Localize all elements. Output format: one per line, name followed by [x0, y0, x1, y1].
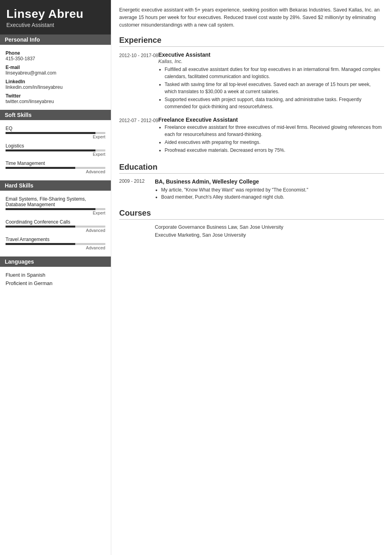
personal-info-items: Phone 415-350-1837E-mail linseyabreu@gma…: [0, 49, 111, 106]
exp-bullet: Aided executives with preparing for meet…: [165, 139, 384, 146]
skill-name: Time Management: [6, 161, 105, 166]
skill-bar-fill: [6, 149, 95, 151]
soft-skills-section: Soft Skills EQ ExpertLogistics: [0, 110, 111, 180]
personal-info-label: Phone: [6, 50, 105, 56]
hard-skills-items: Email Systems, File-Sharing Systems, Dat…: [0, 195, 111, 253]
exp-job-title: Freelance Executive Assistant: [158, 117, 384, 123]
skill-bar-bg: [6, 132, 105, 134]
exp-bullet: Tasked with saving time for all top-leve…: [165, 81, 384, 95]
skill-bar-bg: [6, 167, 105, 169]
course-item: Corporate Governance Business Law, San J…: [119, 224, 384, 230]
personal-info-label: LinkedIn: [6, 79, 105, 84]
personal-info-label: Twitter: [6, 93, 105, 99]
skill-bar-bg: [6, 208, 105, 210]
experience-section: Experience 2012-10 - 2017-08 Executive A…: [119, 36, 384, 155]
summary-text: Energetic executive assistant with 5+ ye…: [119, 6, 384, 29]
skill-bar-fill: [6, 226, 75, 228]
edu-bullet: My article, "Know What they Want" was re…: [161, 186, 384, 193]
hard-skills-title: Hard Skills: [0, 180, 111, 191]
language-item: Fluent in Spanish: [0, 271, 111, 279]
skill-level: Advanced: [6, 169, 105, 174]
edu-bullet: Board member, Punch's Alley student-mana…: [161, 193, 384, 201]
edu-date: 2009 - 2012: [119, 178, 155, 201]
candidate-name: Linsey Abreu: [6, 7, 105, 20]
experience-title: Experience: [119, 36, 384, 47]
skill-name: Travel Arrangements: [6, 237, 105, 242]
skill-bar-fill: [6, 243, 75, 245]
edu-degree: BA, Business Admin, Wellesley College: [155, 178, 384, 185]
edu-content: BA, Business Admin, Wellesley College My…: [155, 178, 384, 201]
exp-job-title: Executive Assistant: [158, 52, 384, 58]
personal-info-value: 415-350-1837: [6, 56, 105, 61]
personal-info-item: Twitter twitter.com/linseyabreu: [0, 92, 111, 106]
personal-info-value: twitter.com/linseyabreu: [6, 99, 105, 104]
skill-item: EQ Expert: [0, 124, 111, 142]
personal-info-item: LinkedIn linkedin.com/in/linseyabreu: [0, 77, 111, 92]
main-content: Energetic executive assistant with 5+ ye…: [111, 0, 392, 555]
personal-info-value: linseyabreu@gmail.com: [6, 70, 105, 76]
skill-bar-bg: [6, 149, 105, 151]
skill-bar-bg: [6, 243, 105, 245]
skill-bar-bg: [6, 226, 105, 228]
exp-date: 2012-10 - 2017-08: [119, 52, 158, 111]
course-item: Executive Marketing, San Jose University: [119, 232, 384, 238]
sidebar-header: Linsey Abreu Executive Assistant: [0, 0, 111, 34]
skill-level: Expert: [6, 211, 105, 215]
sidebar: Linsey Abreu Executive Assistant Persona…: [0, 0, 111, 555]
personal-info-section: Personal Info Phone 415-350-1837E-mail l…: [0, 34, 111, 110]
skill-bar-fill: [6, 208, 95, 210]
exp-bullet: Freelance executive assistant for three …: [165, 124, 384, 138]
skill-item: Coordinating Conference Calls Advanced: [0, 218, 111, 235]
experience-items: 2012-10 - 2017-08 Executive Assistant Ka…: [119, 52, 384, 155]
skill-level: Expert: [6, 134, 105, 139]
exp-bullets: Fulfilled all executive assistant duties…: [158, 66, 384, 110]
skill-name: EQ: [6, 126, 105, 131]
personal-info-item: E-mail linseyabreu@gmail.com: [0, 63, 111, 77]
courses-section: Courses Corporate Governance Business La…: [119, 209, 384, 238]
exp-date: 2012-07 - 2012-09: [119, 117, 158, 155]
education-title: Education: [119, 163, 384, 174]
exp-bullets: Freelance executive assistant for three …: [158, 124, 384, 154]
skill-item: Travel Arrangements Advanced: [0, 235, 111, 253]
personal-info-label: E-mail: [6, 65, 105, 70]
exp-bullet: Fulfilled all executive assistant duties…: [165, 66, 384, 80]
skill-name: Logistics: [6, 143, 105, 149]
education-row: 2009 - 2012 BA, Business Admin, Wellesle…: [119, 178, 384, 201]
skill-bar-fill: [6, 132, 95, 134]
soft-skills-items: EQ ExpertLogistics: [0, 124, 111, 176]
skill-item: Email Systems, File-Sharing Systems, Dat…: [0, 195, 111, 218]
skill-name: Email Systems, File-Sharing Systems, Dat…: [6, 196, 105, 207]
personal-info-title: Personal Info: [0, 34, 111, 45]
languages-items: Fluent in SpanishProficient in German: [0, 271, 111, 287]
exp-content: Executive Assistant Kallas, Inc. Fulfill…: [158, 52, 384, 111]
experience-row: 2012-10 - 2017-08 Executive Assistant Ka…: [119, 52, 384, 111]
candidate-title: Executive Assistant: [6, 22, 105, 28]
exp-bullet: Supported executives with project suppor…: [165, 96, 384, 110]
personal-info-value: linkedin.com/in/linseyabreu: [6, 84, 105, 90]
skill-level: Expert: [6, 152, 105, 157]
exp-bullet: Proofread executive materials. Decreased…: [165, 147, 384, 154]
language-item: Proficient in German: [0, 279, 111, 287]
exp-company: Kallas, Inc.: [158, 59, 384, 64]
personal-info-item: Phone 415-350-1837: [0, 49, 111, 63]
skill-bar-fill: [6, 167, 75, 169]
exp-content: Freelance Executive Assistant Freelance …: [158, 117, 384, 155]
skill-item: Time Management Advanced: [0, 159, 111, 176]
skill-level: Advanced: [6, 245, 105, 250]
edu-bullets: My article, "Know What they Want" was re…: [155, 186, 384, 201]
hard-skills-section: Hard Skills Email Systems, File-Sharing …: [0, 180, 111, 256]
education-section: Education 2009 - 2012 BA, Business Admin…: [119, 163, 384, 201]
courses-title: Courses: [119, 209, 384, 220]
experience-row: 2012-07 - 2012-09 Freelance Executive As…: [119, 117, 384, 155]
languages-section: Languages Fluent in SpanishProficient in…: [0, 256, 111, 291]
courses-items: Corporate Governance Business Law, San J…: [119, 224, 384, 238]
languages-title: Languages: [0, 256, 111, 267]
skill-name: Coordinating Conference Calls: [6, 219, 105, 225]
skill-level: Advanced: [6, 228, 105, 233]
skill-item: Logistics Expert: [0, 142, 111, 159]
soft-skills-title: Soft Skills: [0, 110, 111, 120]
education-items: 2009 - 2012 BA, Business Admin, Wellesle…: [119, 178, 384, 201]
